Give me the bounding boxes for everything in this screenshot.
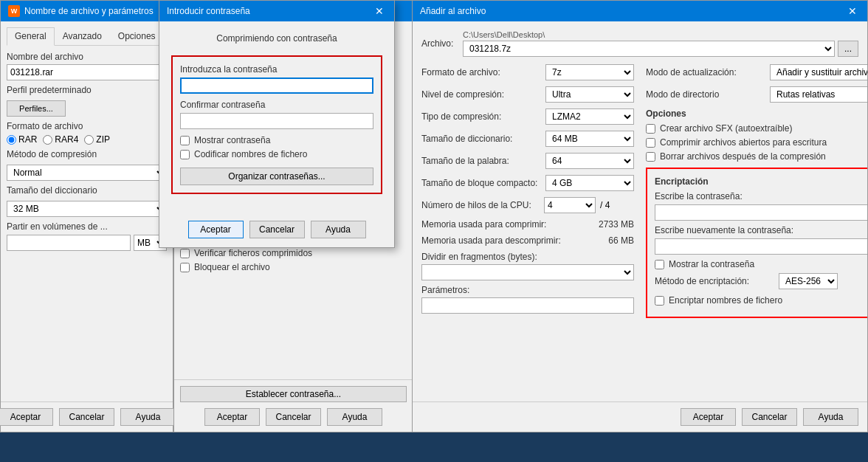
sfx-checkbox[interactable] <box>646 124 655 134</box>
extra-bottom: Establecer contraseña... Aceptar Cancela… <box>174 379 413 432</box>
left-panel-title: Nombre de archivo y parámetros <box>24 6 154 16</box>
format-rar4[interactable]: RAR4 <box>43 134 78 145</box>
cpu-total: / 4 <box>600 200 610 210</box>
main-accept-button[interactable]: Aceptar <box>681 408 736 426</box>
modal-help-button[interactable]: Ayuda <box>311 221 366 238</box>
left-col: Formato de archivo: 7z Nivel de compresi… <box>421 64 634 320</box>
dict-size-dropdown[interactable]: 64 MB <box>545 131 634 147</box>
block-size-row: Tamaño de bloque compacto: 4 GB <box>421 175 634 191</box>
format-dropdown[interactable]: 7z <box>545 64 634 80</box>
compression-select[interactable]: Normal <box>7 165 167 181</box>
enc-confirm-label: Escribe nuevamente la contraseña: <box>655 225 867 235</box>
enc-pwd-input[interactable] <box>655 204 867 221</box>
main-help-button[interactable]: Ayuda <box>803 408 858 426</box>
left-panel-body: General Avanzado Opciones Fichero Nombre… <box>1 21 173 257</box>
password-input[interactable] <box>180 77 373 94</box>
left-help-button[interactable]: Ayuda <box>120 408 176 426</box>
tab-general[interactable]: General <box>7 27 55 46</box>
dict-select[interactable]: 32 MB <box>7 201 167 217</box>
compression-row: Nivel de compresión: Ultra <box>421 86 634 103</box>
tab-avanzado[interactable]: Avanzado <box>55 27 110 45</box>
extra-help-button[interactable]: Ayuda <box>327 408 382 426</box>
volume-input[interactable] <box>7 235 131 251</box>
left-panel-titlebar: W Nombre de archivo y parámetros <box>1 1 173 21</box>
volume-row: MB <box>7 235 167 251</box>
taskbar <box>0 432 868 462</box>
compress-open-label: Comprimir archivos abiertos para escritu… <box>660 137 827 148</box>
enc-show-row: Mostrar la contraseña <box>655 259 867 269</box>
update-mode-label: Modo de actualización: <box>646 67 764 77</box>
lock-checkbox[interactable] <box>180 263 190 272</box>
modal-cancel-button[interactable]: Cancelar <box>249 221 305 238</box>
update-mode-row: Modo de actualización: Añadir y sustitui… <box>646 64 867 80</box>
compression-dropdown[interactable]: Ultra <box>545 86 634 103</box>
tab-bar: General Avanzado Opciones Fichero <box>7 27 167 46</box>
main-cancel-button[interactable]: Cancelar <box>742 408 797 426</box>
params-input[interactable] <box>421 297 634 314</box>
enc-confirm-input[interactable] <box>655 238 867 255</box>
left-panel: W Nombre de archivo y parámetros General… <box>0 0 173 432</box>
cpu-row: Número de hilos de la CPU: 4 / 4 <box>421 197 634 213</box>
word-size-label: Tamaño de la palabra: <box>421 156 540 166</box>
format-zip[interactable]: ZIP <box>84 134 110 145</box>
compress-open-checkbox[interactable] <box>646 138 655 148</box>
divide-dropdown[interactable] <box>421 264 634 280</box>
left-accept-button[interactable]: Aceptar <box>0 408 53 426</box>
format-rar[interactable]: RAR <box>7 134 37 145</box>
word-size-dropdown[interactable]: 64 <box>545 153 634 169</box>
sfx-label: Crear archivo SFX (autoextraíble) <box>660 123 792 134</box>
enc-names-label: Encriptar nombres de fichero <box>669 295 782 306</box>
filename-input[interactable] <box>7 64 167 80</box>
dict-size-label: Tamaño de diccionario: <box>421 134 540 144</box>
dir-mode-dropdown[interactable]: Rutas relativas <box>770 86 867 103</box>
modal-subtitle: Comprimiendo con contraseña <box>171 33 382 44</box>
enc-show-checkbox[interactable] <box>655 260 664 269</box>
encode-names-row: Codificar nombres de fichero <box>180 149 373 159</box>
update-mode-dropdown[interactable]: Añadir y sustituir archivos <box>770 64 867 80</box>
main-content: Archivo: C:\Users\Dell\Desktop\ 031218.7… <box>413 21 867 401</box>
modal-accept-button[interactable]: Aceptar <box>188 221 244 238</box>
encryption-section: Encriptación Escribe la contraseña: Escr… <box>646 168 867 318</box>
tab-opciones[interactable]: Opciones <box>110 27 164 45</box>
modal-content: Comprimiendo con contraseña Introduzca l… <box>159 21 394 215</box>
extra-accept-button[interactable]: Aceptar <box>204 408 260 426</box>
enc-names-checkbox[interactable] <box>655 296 664 306</box>
check-verify: Verificar ficheros comprimidos <box>180 248 407 258</box>
type-row: Tipo de compresión: LZMA2 <box>421 108 634 125</box>
type-row-label: Tipo de compresión: <box>421 111 540 122</box>
set-password-button[interactable]: Establecer contraseña... <box>180 386 407 402</box>
enc-method-dropdown[interactable]: AES-256 <box>779 273 838 289</box>
profiles-button[interactable]: Perfiles... <box>7 100 66 117</box>
main-titlebar: Añadir al archivo ✕ <box>413 1 867 21</box>
organize-passwords-button[interactable]: Organizar contraseñas... <box>180 168 373 185</box>
volume-label: Partir en volúmenes de ... <box>7 221 167 232</box>
divide-label: Dividir en fragmentos (bytes): <box>421 252 634 262</box>
delete-after-checkbox[interactable] <box>646 152 655 162</box>
verify-label: Verificar ficheros comprimidos <box>194 248 312 258</box>
mem-decompress-row: Memoria usada para descomprimir: 66 MB <box>421 235 634 246</box>
word-size-row: Tamaño de la palabra: 64 <box>421 153 634 169</box>
encode-names-checkbox[interactable] <box>180 150 190 159</box>
verify-checkbox[interactable] <box>180 249 190 258</box>
left-cancel-button[interactable]: Cancelar <box>59 408 114 426</box>
file-label: Archivo: <box>421 38 458 49</box>
extra-cancel-button[interactable]: Cancelar <box>266 408 321 426</box>
dir-mode-row: Modo de directorio Rutas relativas <box>646 86 867 103</box>
options-section-title: Opciones <box>646 108 867 119</box>
confirm-input[interactable] <box>180 113 373 129</box>
dict-label: Tamaño del diccionario <box>7 185 167 196</box>
file-path-select[interactable]: 031218.7z <box>463 41 835 57</box>
modal-close-button[interactable]: ✕ <box>372 4 387 18</box>
type-dropdown[interactable]: LZMA2 <box>545 108 634 125</box>
block-size-dropdown[interactable]: 4 GB <box>545 175 634 191</box>
format-row: Formato de archivo: 7z <box>421 64 634 80</box>
main-close-button[interactable]: ✕ <box>845 4 860 18</box>
file-row: Archivo: C:\Users\Dell\Desktop\ 031218.7… <box>421 30 858 57</box>
format-label: Formato de archivo <box>7 121 167 131</box>
mem-decompress-label: Memoria usada para descomprimir: <box>421 235 572 246</box>
show-password-checkbox[interactable] <box>180 136 190 145</box>
modal-titlebar: Introducir contraseña ✕ <box>159 1 394 21</box>
cpu-dropdown[interactable]: 4 <box>544 197 596 213</box>
block-size-label: Tamaño de bloque compacto: <box>421 178 540 188</box>
browse-button[interactable]: ... <box>838 41 858 57</box>
